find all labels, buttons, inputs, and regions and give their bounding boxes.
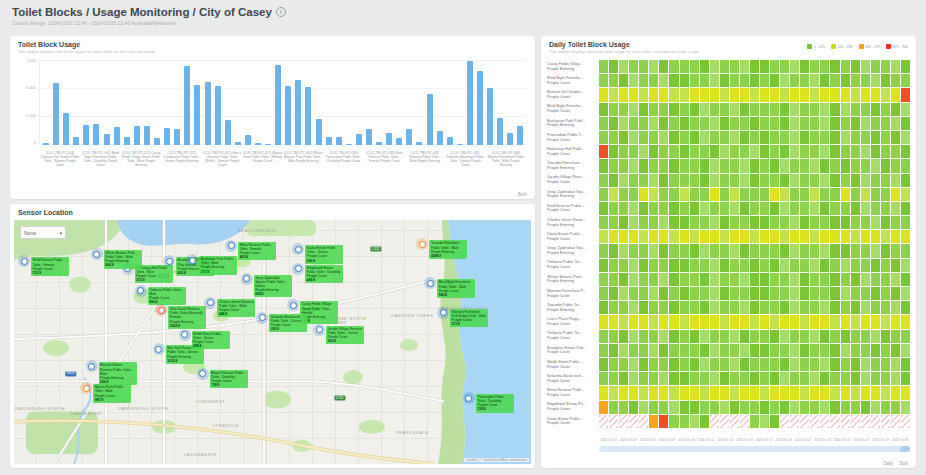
heatmap-cell[interactable] — [810, 60, 819, 73]
heatmap-cell[interactable] — [841, 415, 850, 428]
heatmap-cell[interactable] — [710, 88, 719, 101]
heatmap-cell[interactable] — [690, 273, 699, 286]
bar[interactable] — [427, 94, 433, 145]
bar[interactable] — [154, 138, 160, 145]
heatmap-cell[interactable] — [720, 74, 729, 87]
heatmap-cell[interactable] — [740, 174, 749, 187]
heatmap-cell[interactable] — [740, 159, 749, 172]
heatmap-cell[interactable] — [680, 131, 689, 144]
heatmap-cell[interactable] — [750, 358, 759, 371]
bar[interactable] — [346, 144, 352, 145]
heatmap-cell[interactable] — [669, 386, 678, 399]
heatmap-cell[interactable] — [841, 188, 850, 201]
heatmap-cell[interactable] — [820, 315, 829, 328]
bar[interactable] — [184, 66, 190, 145]
heatmap-cell[interactable] — [760, 230, 769, 243]
heatmap-cell[interactable] — [639, 273, 648, 286]
heatmap-cell[interactable] — [649, 301, 658, 314]
heatmap-cell[interactable] — [851, 202, 860, 215]
heatmap-cell[interactable] — [780, 103, 789, 116]
heatmap-cell[interactable] — [710, 273, 719, 286]
heatmap-cell[interactable] — [669, 330, 678, 343]
heatmap-cell[interactable] — [649, 358, 658, 371]
heatmap-cell[interactable] — [780, 216, 789, 229]
heatmap-cell[interactable] — [820, 74, 829, 87]
heatmap-cell[interactable] — [820, 358, 829, 371]
heatmap-cell[interactable] — [760, 259, 769, 272]
heatmap-cell[interactable] — [800, 131, 809, 144]
heatmap-cell[interactable] — [790, 174, 799, 187]
heatmap-cell[interactable] — [690, 386, 699, 399]
heatmap-cell[interactable] — [760, 159, 769, 172]
heatmap-cell[interactable] — [790, 273, 799, 286]
heatmap-cell[interactable] — [720, 386, 729, 399]
heatmap-cell[interactable] — [810, 315, 819, 328]
heatmap-cell[interactable] — [810, 188, 819, 201]
heatmap-cell[interactable] — [871, 74, 880, 87]
heatmap-cell[interactable] — [659, 273, 668, 286]
heatmap-cell[interactable] — [649, 386, 658, 399]
heatmap-cell[interactable] — [629, 330, 638, 343]
heatmap-cell[interactable] — [790, 60, 799, 73]
heatmap-cell[interactable] — [891, 131, 900, 144]
heatmap-cell[interactable] — [780, 259, 789, 272]
heatmap-cell[interactable] — [629, 259, 638, 272]
heatmap-cell[interactable] — [861, 287, 870, 300]
heatmap-cell[interactable] — [669, 372, 678, 385]
heatmap-cell[interactable] — [740, 287, 749, 300]
heatmap-cell[interactable] — [669, 358, 678, 371]
heatmap-cell[interactable] — [800, 145, 809, 158]
heatmap-cell[interactable] — [851, 401, 860, 414]
heatmap-cell[interactable] — [750, 372, 759, 385]
heatmap-cell[interactable] — [881, 301, 890, 314]
heatmap-cell[interactable] — [901, 401, 910, 414]
heatmap-cell[interactable] — [800, 74, 809, 87]
heatmap-cell[interactable] — [800, 202, 809, 215]
heatmap-cell[interactable] — [730, 188, 739, 201]
heatmap-cell[interactable] — [841, 358, 850, 371]
heatmap-cell[interactable] — [881, 358, 890, 371]
heatmap-cell[interactable] — [720, 216, 729, 229]
heatmap-cell[interactable] — [901, 315, 910, 328]
bar[interactable] — [275, 65, 281, 145]
heatmap-cell[interactable] — [841, 344, 850, 357]
heatmap-cell[interactable] — [790, 202, 799, 215]
heatmap-cell[interactable] — [750, 188, 759, 201]
heatmap-cell[interactable] — [680, 60, 689, 73]
heatmap-cell[interactable] — [700, 330, 709, 343]
heatmap-cell[interactable] — [700, 244, 709, 257]
heatmap-cell[interactable] — [639, 174, 648, 187]
heatmap-cell[interactable] — [800, 244, 809, 257]
heatmap-cell[interactable] — [901, 330, 910, 343]
heatmap-cell[interactable] — [649, 330, 658, 343]
heatmap-cell[interactable] — [790, 301, 799, 314]
heatmap-cell[interactable] — [700, 60, 709, 73]
heatmap-cell[interactable] — [669, 401, 678, 414]
heatmap-cell[interactable] — [800, 344, 809, 357]
heatmap-cell[interactable] — [780, 415, 789, 428]
heatmap-cell[interactable] — [619, 358, 628, 371]
heatmap-cell[interactable] — [730, 202, 739, 215]
heatmap-cell[interactable] — [851, 344, 860, 357]
heatmap-cell[interactable] — [669, 117, 678, 130]
heatmap-cell[interactable] — [690, 188, 699, 201]
heatmap-cell[interactable] — [881, 188, 890, 201]
heatmap-cell[interactable] — [619, 230, 628, 243]
heatmap-cell[interactable] — [629, 103, 638, 116]
heatmap-cell[interactable] — [639, 330, 648, 343]
heatmap-cell[interactable] — [680, 244, 689, 257]
heatmap-cell[interactable] — [871, 315, 880, 328]
heatmap-cell[interactable] — [710, 330, 719, 343]
heatmap-cell[interactable] — [649, 145, 658, 158]
heatmap-cell[interactable] — [750, 202, 759, 215]
heatmap-cell[interactable] — [861, 415, 870, 428]
heatmap-cell[interactable] — [800, 259, 809, 272]
heatmap-cell[interactable] — [690, 216, 699, 229]
heatmap-cell[interactable] — [659, 415, 668, 428]
heatmap-cell[interactable] — [861, 259, 870, 272]
heatmap-cell[interactable] — [901, 145, 910, 158]
heatmap-cell[interactable] — [780, 372, 789, 385]
heatmap-cell[interactable] — [841, 74, 850, 87]
heatmap-cell[interactable] — [700, 202, 709, 215]
heatmap-cell[interactable] — [599, 117, 608, 130]
